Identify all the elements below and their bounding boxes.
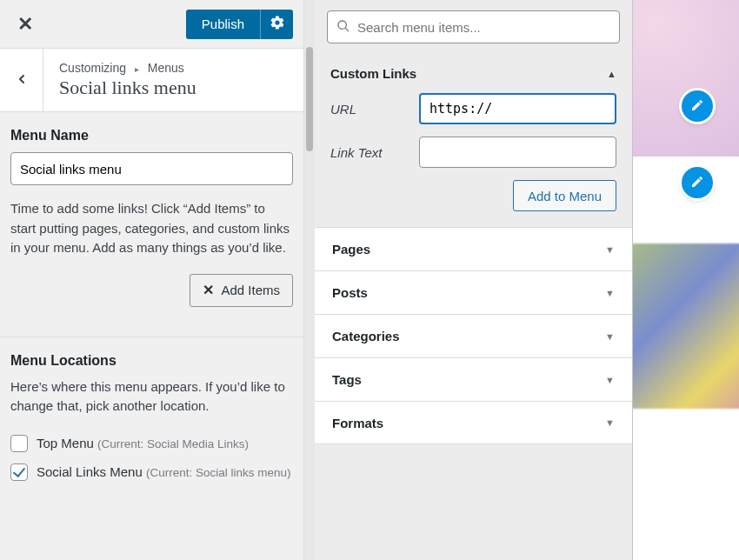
edit-shortcut-button[interactable] (682, 90, 713, 122)
accordion-posts[interactable]: Posts ▼ (315, 270, 632, 314)
search-wrap (315, 0, 632, 54)
edit-shortcut-button[interactable] (682, 167, 713, 198)
customizer-app: ✕ Publish Customizing ▸ M (0, 0, 739, 560)
custom-link-url-input[interactable] (419, 93, 616, 124)
menu-locations-section: Menu Locations Here’s where this menu ap… (0, 337, 303, 498)
menu-locations-heading: Menu Locations (10, 353, 293, 369)
add-items-label: Add Items (221, 283, 280, 297)
accordion-pages[interactable]: Pages ▼ (315, 227, 632, 270)
breadcrumb-root: Customizing (59, 61, 126, 75)
custom-links-heading: Custom Links (330, 66, 416, 81)
close-icon[interactable]: ✕ (10, 8, 40, 41)
publish-button[interactable]: Publish (186, 10, 260, 39)
gear-icon (270, 15, 285, 33)
menu-name-controls: Menu Name Time to add some links! Click … (0, 112, 303, 317)
close-icon: ✕ (203, 282, 214, 298)
menu-help-text: Time to add some links! Click “Add Items… (10, 199, 293, 258)
breadcrumb-separator-icon: ▸ (135, 64, 139, 74)
location-row-top-menu: Top Menu (Current: Social Media Links) (10, 429, 293, 458)
location-label: Social Links Menu (Current: Social links… (37, 463, 290, 482)
chevron-up-icon: ▲ (607, 69, 616, 79)
custom-links-section: Custom Links ▲ URL Link Text Add to Menu (315, 54, 632, 227)
back-button[interactable] (0, 49, 43, 111)
chevron-left-icon (15, 72, 29, 89)
site-preview (633, 0, 739, 560)
section-head-text: Customizing ▸ Menus Social links menu (43, 49, 303, 111)
location-row-social-links: Social Links Menu (Current: Social links… (10, 457, 293, 487)
location-checkbox-social-links[interactable] (10, 463, 28, 481)
custom-link-url-row: URL (330, 93, 616, 124)
accordion-formats[interactable]: Formats ▼ (315, 401, 632, 444)
accordion-categories[interactable]: Categories ▼ (315, 314, 632, 357)
preview-image-block (633, 243, 739, 409)
add-items-button[interactable]: ✕ Add Items (190, 274, 293, 307)
chevron-down-icon: ▼ (605, 244, 615, 255)
available-items-panel: Custom Links ▲ URL Link Text Add to Menu… (315, 0, 633, 560)
section-header: Customizing ▸ Menus Social links menu (0, 49, 303, 112)
breadcrumb: Customizing ▸ Menus (59, 61, 288, 75)
items-scrollbar-track[interactable] (304, 0, 315, 560)
items-scrollbar-thumb[interactable] (306, 47, 313, 151)
breadcrumb-leaf: Menus (148, 61, 184, 75)
chevron-down-icon: ▼ (605, 417, 615, 428)
pencil-icon (690, 98, 704, 115)
accordion-tags[interactable]: Tags ▼ (315, 357, 632, 401)
add-to-menu-button[interactable]: Add to Menu (513, 180, 616, 211)
item-type-accordion: Pages ▼ Posts ▼ Categories ▼ Tags ▼ Form… (315, 227, 632, 444)
search-box[interactable] (327, 10, 620, 43)
customize-panel: ✕ Publish Customizing ▸ M (0, 0, 304, 560)
preview-image-block (633, 0, 739, 157)
chevron-down-icon: ▼ (605, 331, 615, 342)
custom-link-text-input[interactable] (419, 137, 616, 168)
custom-link-url-label: URL (330, 102, 409, 117)
custom-links-heading-row[interactable]: Custom Links ▲ (330, 57, 616, 93)
location-checkbox-top-menu[interactable] (10, 435, 28, 452)
location-label: Top Menu (Current: Social Media Links) (37, 434, 249, 453)
custom-link-text-row: Link Text (330, 137, 616, 168)
customize-topbar: ✕ Publish (0, 0, 303, 49)
menu-name-input[interactable] (10, 152, 293, 185)
custom-link-text-label: Link Text (330, 145, 409, 160)
section-title: Social links menu (59, 77, 288, 99)
search-input[interactable] (357, 20, 610, 35)
chevron-down-icon: ▼ (605, 288, 615, 298)
pencil-icon (690, 175, 704, 191)
publish-group: Publish (186, 10, 293, 39)
chevron-down-icon: ▼ (605, 375, 615, 385)
menu-name-label: Menu Name (10, 128, 293, 143)
publish-settings-button[interactable] (260, 10, 293, 39)
search-icon (336, 19, 350, 36)
menu-locations-help: Here’s where this menu appears. If you’d… (10, 377, 293, 417)
